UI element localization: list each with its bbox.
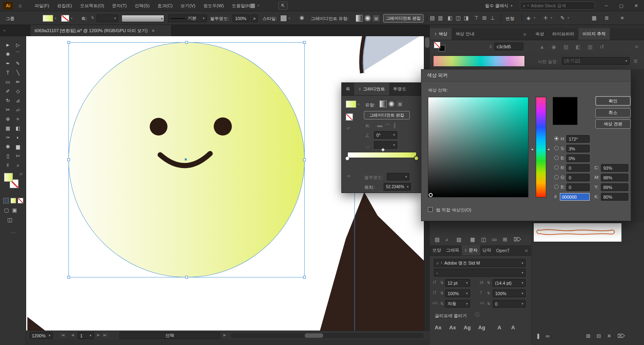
close-button[interactable]: ✕ [629, 0, 644, 11]
trace-lineart-icon[interactable]: ▥ [588, 44, 592, 49]
radio-r[interactable] [554, 165, 559, 170]
horizontal-scrollbar[interactable] [231, 333, 424, 338]
radio-s[interactable] [554, 146, 559, 150]
tool-selection[interactable]: ► [3, 40, 13, 49]
info-icon[interactable]: ⓘ [475, 312, 480, 317]
tool-shape-builder[interactable]: ⊕ [3, 114, 13, 123]
horizontal-scale-stepper[interactable]: ⇅ [487, 291, 490, 295]
maximize-button[interactable]: ▢ [614, 0, 629, 11]
center-anchor-point[interactable] [185, 158, 187, 160]
angle-dropdown[interactable]: 0°▾ [374, 131, 397, 139]
vertical-scale-dropdown[interactable]: 100%▾ [445, 290, 470, 297]
r-input[interactable]: 0 [566, 164, 590, 172]
smiley-eye-left[interactable] [150, 118, 167, 136]
tool-gradient[interactable]: ◧ [13, 123, 23, 133]
tool-line-segment[interactable]: ╲ [13, 68, 23, 77]
horizontal-scrollbar-thumb[interactable] [305, 333, 323, 338]
b-input[interactable]: 0% [566, 154, 590, 162]
isolate-icon[interactable]: ◈ [526, 15, 530, 21]
screen-mode-icon[interactable]: ◫ [7, 217, 12, 222]
selection-handle-ne[interactable] [303, 41, 306, 44]
gradient-freeform-button[interactable]: ▨ [396, 101, 403, 107]
lib-search-icon[interactable]: ⌕ [446, 237, 448, 242]
gradient-fill-swatch[interactable] [346, 101, 356, 108]
color-spectrum-bar[interactable] [433, 55, 525, 67]
tracking-dropdown[interactable]: 0▾ [493, 300, 526, 308]
preset-list-icon[interactable]: ≣ [634, 58, 638, 64]
tool-pencil[interactable]: ✐ [3, 86, 13, 96]
arrange-icon[interactable]: ✛ [543, 15, 548, 21]
tool-perspective-grid[interactable]: ⌗ [13, 114, 23, 123]
tool-rectangle[interactable]: ▭ [3, 77, 13, 86]
tab-properties[interactable]: 속성 [531, 28, 548, 40]
font-size-stepper[interactable]: ⇅ [440, 281, 443, 285]
tab-stroke[interactable]: 획 [342, 83, 354, 95]
grid-view-icon[interactable]: ▦ [592, 15, 597, 21]
tool-lasso[interactable]: ⌒ [13, 49, 23, 59]
color-field-cursor[interactable] [429, 193, 433, 197]
lib-trash-icon[interactable]: ⌦ [514, 237, 521, 242]
menu-type[interactable]: 문자(T) [108, 0, 131, 11]
br-close-icon[interactable]: ✕ [607, 333, 611, 339]
gradient-fill-chevron-icon[interactable]: ▾ [358, 103, 359, 106]
trace-shades-icon[interactable]: ◧ [576, 44, 580, 49]
tool-direct-selection[interactable]: ▷ [13, 40, 23, 49]
kerning-dropdown[interactable]: 자동▾ [445, 300, 470, 308]
width-profile-dropdown[interactable]: ▾ [122, 15, 164, 22]
panel-menu-icon[interactable]: ≡ [621, 15, 624, 21]
doc-icon-1[interactable]: ▤ [430, 15, 435, 21]
stock-search[interactable]: ⌕ ▾ [520, 2, 595, 10]
gradient-type-linear-button[interactable] [356, 15, 363, 22]
tool-slice[interactable]: ✄ [13, 151, 23, 160]
color-mode-button[interactable] [3, 198, 9, 203]
char-lang-icon-1[interactable]: Ax [435, 325, 442, 330]
tab-transparency[interactable]: 투명도 [389, 83, 411, 95]
stroke-within-icon[interactable]: ▬ [377, 123, 382, 128]
align-left-icon[interactable]: ◧ [448, 15, 452, 21]
menu-edit[interactable]: 편집(E) [53, 0, 76, 11]
font-style-dropdown[interactable]: - ▾ [434, 269, 526, 277]
opacity-input[interactable]: 100% [233, 14, 250, 22]
trace-sketch-icon[interactable]: ▤ [564, 44, 568, 49]
hue-slider[interactable] [536, 97, 546, 197]
br-trash-icon[interactable]: ⌦ [617, 333, 625, 339]
tool-artboard[interactable]: ▯ [3, 151, 13, 160]
lib-grid-icon[interactable]: ▦ [470, 237, 475, 242]
radio-b[interactable] [554, 156, 559, 160]
menu-effect[interactable]: 효과(C) [153, 0, 176, 11]
tool-shaper[interactable]: ◇ [13, 86, 23, 96]
vertical-scale-stepper[interactable]: ⇅ [440, 291, 443, 295]
menu-window[interactable]: 윈도우(W) [199, 0, 228, 11]
transform-label[interactable]: 변형 [506, 16, 514, 22]
menu-object[interactable]: 오브젝트(O) [76, 0, 108, 11]
preset-dropdown[interactable]: [초기값]▾ [562, 57, 630, 65]
tool-mesh[interactable]: ▦ [3, 123, 13, 133]
share-button[interactable]: ⇱ [279, 2, 287, 10]
menu-view[interactable]: 보기(V) [177, 0, 200, 11]
align-bottom-icon[interactable]: ⊥ [490, 15, 495, 21]
tab-image-trace[interactable]: 이미지 추적 [578, 28, 610, 40]
tool-hand[interactable]: ✌ [3, 160, 13, 170]
br-new-icon[interactable]: ⊞ [586, 333, 590, 339]
s-input[interactable]: 3% [566, 145, 590, 152]
tool-paintbrush[interactable]: ✏ [13, 77, 23, 86]
gradient-mode-button[interactable] [10, 198, 16, 203]
font-family-dropdown[interactable]: ⌕ ▾ Adobe 명조 Std M ▾ [434, 259, 526, 267]
selection-handle-sw[interactable] [67, 276, 70, 279]
align-right-icon[interactable]: ◨ [464, 15, 469, 21]
br-layers-icon[interactable]: ❚ [536, 333, 541, 339]
tool-pen[interactable]: ✒ [3, 59, 13, 68]
vertical-scrollbar-thumb[interactable] [425, 37, 429, 48]
lib-pattern-icon[interactable]: ▨ [456, 237, 461, 242]
stroke-stepper-icon[interactable]: ⇅ [91, 16, 94, 20]
y-input[interactable]: 89% [601, 183, 628, 191]
selection-handle-e[interactable] [303, 158, 306, 161]
selection-handle-w[interactable] [67, 158, 70, 161]
char-lang-icon-4[interactable]: Ag [478, 325, 485, 330]
lib-new-icon[interactable]: ⊞ [503, 237, 507, 242]
leading-dropdown[interactable]: (14.4 pt)▾ [493, 279, 526, 287]
tool-scale[interactable]: ⊿ [13, 96, 23, 105]
draw-behind-icon[interactable]: ▣ [12, 207, 17, 213]
fill-color-swatch[interactable] [43, 15, 53, 22]
toolbar-more-icon[interactable]: ⋯ [10, 230, 16, 235]
